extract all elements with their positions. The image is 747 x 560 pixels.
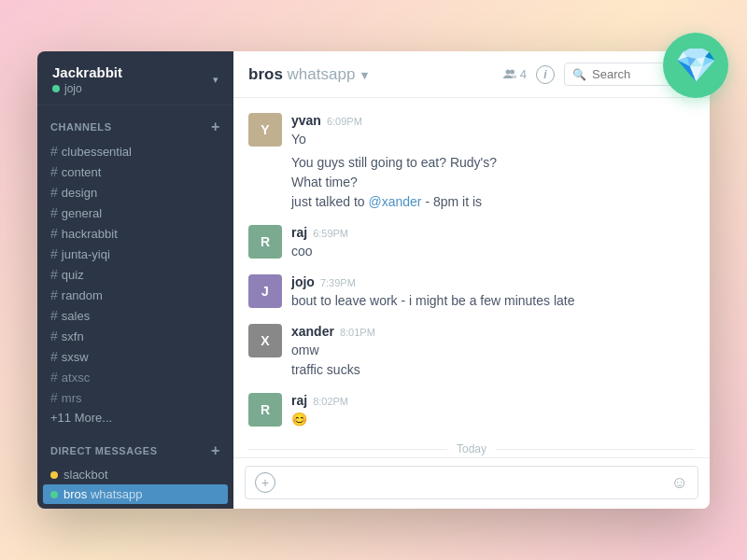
message-content: yvan 6:09PM Yo You guys still going to e… (291, 113, 695, 212)
avatar: J (248, 274, 282, 308)
channels-label: CHANNELS (50, 121, 112, 133)
app-window: Jackrabbit jojo ▾ CHANNELS + #clubessent… (37, 51, 710, 509)
message-content: raj 8:02PM 😊 (291, 393, 695, 429)
message-text: 😊 (291, 410, 695, 429)
message-content: jojo 7:39PM bout to leave work - i might… (291, 274, 695, 311)
status-dot (52, 85, 60, 92)
message-text: Yo (291, 130, 695, 149)
channel-name: bros (248, 65, 283, 83)
channel-item[interactable]: #content (37, 161, 233, 182)
message-group: R raj 6:59PM coo (248, 225, 695, 261)
user-status: jojo (52, 82, 122, 95)
dm-section-header: DIRECT MESSAGES + (37, 442, 233, 465)
dm-label: DIRECT MESSAGES (50, 445, 158, 456)
channel-item[interactable]: #sales (37, 305, 233, 326)
svg-point-1 (510, 69, 514, 74)
channel-sub-name: whatsapp (283, 65, 356, 83)
channel-item[interactable]: #design (37, 182, 233, 203)
attach-button[interactable]: + (255, 472, 275, 493)
add-dm-icon[interactable]: + (211, 442, 220, 459)
channel-item[interactable]: #atxsc (37, 367, 233, 387)
channel-dropdown-icon[interactable]: ▾ (361, 68, 368, 82)
sketch-icon: 💎 (675, 46, 717, 85)
dm-item-daniels[interactable]: daniels (37, 504, 233, 509)
dm-item-bros[interactable]: bros whatsapp (43, 484, 228, 504)
message-time: 6:59PM (313, 228, 348, 239)
message-time: 8:02PM (313, 396, 348, 407)
message-text: omw (291, 341, 695, 360)
message-author: yvan (291, 113, 321, 128)
message-text: bout to leave work - i might be a few mi… (291, 291, 695, 311)
dm-item-slackbot[interactable]: slackbot (37, 465, 233, 484)
info-icon[interactable]: i (536, 65, 555, 84)
today-label: Today (457, 442, 486, 455)
message-group: J jojo 7:39PM bout to leave work - i mig… (248, 274, 695, 311)
today-divider: Today (248, 442, 695, 455)
message-header: raj 8:02PM (291, 393, 695, 408)
chat-input-box: + ☺ (245, 466, 698, 499)
message-header: yvan 6:09PM (291, 113, 695, 128)
channel-item[interactable]: #general (37, 203, 233, 223)
workspace-name: Jackrabbit (52, 64, 122, 80)
members-icon (503, 68, 516, 81)
avatar: X (248, 324, 282, 357)
message-author: raj (291, 393, 307, 408)
channel-item[interactable]: #clubessential (37, 141, 233, 161)
search-icon: 🔍 (572, 68, 586, 81)
chevron-down-icon[interactable]: ▾ (213, 74, 218, 86)
message-time: 6:09PM (327, 116, 362, 127)
chat-input-area: + ☺ (233, 457, 710, 509)
messages-area: Y yvan 6:09PM Yo You guys still going to… (233, 98, 710, 457)
add-channel-icon[interactable]: + (211, 119, 220, 135)
message-header: xander 8:01PM (291, 324, 695, 339)
message-text: traffic sucks (291, 360, 695, 380)
avatar: R (248, 225, 282, 259)
sketch-badge: 💎 (663, 33, 728, 98)
channel-item[interactable]: #random (37, 285, 233, 305)
emoji-button[interactable]: ☺ (671, 473, 688, 493)
message-input[interactable] (283, 475, 664, 490)
message-author: xander (291, 324, 334, 339)
status-dot-online (50, 491, 58, 498)
message-text: What time? (291, 173, 695, 192)
status-dot-away (50, 471, 58, 479)
member-count: 4 (503, 67, 527, 81)
message-text: You guys still going to eat? Rudy's? (291, 153, 695, 173)
main-chat: bros whatsapp ▾ 4 i 🔍 (233, 51, 710, 509)
message-content: raj 6:59PM coo (291, 225, 695, 261)
message-content: xander 8:01PM omw traffic sucks (291, 324, 695, 380)
message-group: R raj 8:02PM 😊 (248, 393, 695, 429)
message-text: coo (291, 242, 695, 261)
channel-item[interactable]: #mrs (37, 387, 233, 408)
avatar: Y (248, 113, 282, 147)
channel-item[interactable]: #sxsw (37, 346, 233, 367)
channel-title: bros whatsapp ▾ (248, 65, 368, 84)
channels-section-header: CHANNELS + (37, 119, 233, 141)
channel-list: #clubessential #content #design #general… (37, 141, 233, 408)
member-count-value: 4 (520, 67, 527, 81)
channel-item[interactable]: #junta-yiqi (37, 244, 233, 264)
sidebar: Jackrabbit jojo ▾ CHANNELS + #clubessent… (37, 51, 233, 509)
channel-item[interactable]: #quiz (37, 264, 233, 285)
channel-item[interactable]: #hackrabbit (37, 223, 233, 244)
channel-item[interactable]: #sxfn (37, 326, 233, 346)
workspace-info: Jackrabbit jojo (52, 64, 122, 95)
message-author: jojo (291, 274, 315, 289)
message-text: just talked to @xander - 8pm it is (291, 192, 695, 212)
more-channels-link[interactable]: +11 More... (37, 408, 233, 427)
username: jojo (64, 82, 82, 95)
avatar: R (248, 393, 282, 427)
message-time: 8:01PM (340, 327, 375, 338)
dm-section: DIRECT MESSAGES + slackbot bros whatsapp… (37, 433, 233, 509)
message-header: jojo 7:39PM (291, 274, 695, 289)
sidebar-header: Jackrabbit jojo ▾ (37, 51, 233, 105)
message-author: raj (291, 225, 307, 240)
message-header: raj 6:59PM (291, 225, 695, 240)
mention: @xander (369, 194, 422, 209)
chat-header: bros whatsapp ▾ 4 i 🔍 (233, 51, 710, 98)
message-time: 7:39PM (320, 277, 356, 288)
channels-section: CHANNELS + #clubessential #content #desi… (37, 105, 233, 433)
message-group: Y yvan 6:09PM Yo You guys still going to… (248, 113, 695, 212)
svg-point-0 (505, 69, 510, 74)
message-group: X xander 8:01PM omw traffic sucks (248, 324, 695, 380)
